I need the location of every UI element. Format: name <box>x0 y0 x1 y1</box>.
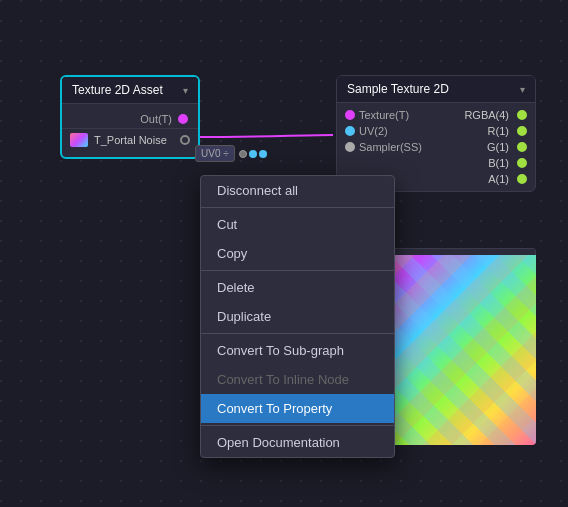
node-sample-chevron: ▾ <box>520 84 525 95</box>
menu-item-convert-inline: Convert To Inline Node <box>201 365 394 394</box>
node-texture2d-out-port[interactable] <box>178 114 188 124</box>
node-texture2d-out-row: Out(T) <box>62 110 198 128</box>
sample-port-b: B(1) <box>337 155 535 171</box>
sample-port-sampler: Sampler(SS) G(1) <box>337 139 535 155</box>
menu-item-duplicate[interactable]: Duplicate <box>201 302 394 331</box>
menu-item-convert-property[interactable]: Convert To Property <box>201 394 394 423</box>
menu-separator-2 <box>201 270 394 271</box>
sample-out-a[interactable] <box>517 174 527 184</box>
menu-item-cut[interactable]: Cut <box>201 210 394 239</box>
sample-port-texture: Texture(T) RGBA(4) <box>337 107 535 123</box>
uv-badge: UV0 ÷ <box>195 145 235 162</box>
context-menu: Disconnect all Cut Copy Delete Duplicate… <box>200 175 395 458</box>
asset-name: T_Portal Noise <box>94 134 174 146</box>
sample-label-texture: Texture(T) <box>359 109 460 121</box>
uv-dot-2 <box>249 150 257 158</box>
sample-label-uv: UV(2) <box>359 125 484 137</box>
sample-right-a: A(1) <box>488 173 509 185</box>
uv-dot-3 <box>259 150 267 158</box>
sample-out-r[interactable] <box>517 126 527 136</box>
node-texture2d-asset-row: T_Portal Noise <box>62 128 198 151</box>
menu-item-disconnect-all[interactable]: Disconnect all <box>201 176 394 205</box>
node-texture2d-out-label: Out(T) <box>140 113 172 125</box>
menu-separator-1 <box>201 207 394 208</box>
menu-item-open-docs[interactable]: Open Documentation <box>201 428 394 457</box>
uv-dot-1 <box>239 150 247 158</box>
menu-item-delete[interactable]: Delete <box>201 273 394 302</box>
asset-port[interactable] <box>180 135 190 145</box>
node-texture2d-header[interactable]: Texture 2D Asset ▾ <box>62 77 198 104</box>
sample-right-b: B(1) <box>488 157 509 169</box>
node-texture2d-body: Out(T) T_Portal Noise <box>62 104 198 157</box>
menu-item-copy[interactable]: Copy <box>201 239 394 268</box>
sample-in-sampler[interactable] <box>345 142 355 152</box>
sample-out-b[interactable] <box>517 158 527 168</box>
sample-right-rgba: RGBA(4) <box>464 109 509 121</box>
menu-separator-3 <box>201 333 394 334</box>
menu-separator-4 <box>201 425 394 426</box>
sample-right-g: G(1) <box>487 141 509 153</box>
node-texture2d-title: Texture 2D Asset <box>72 83 163 97</box>
sample-out-rgba[interactable] <box>517 110 527 120</box>
uv-connector: UV0 ÷ <box>195 145 267 162</box>
sample-right-r: R(1) <box>488 125 509 137</box>
asset-icon <box>70 133 88 147</box>
node-sample-header[interactable]: Sample Texture 2D ▾ <box>337 76 535 103</box>
sample-out-g[interactable] <box>517 142 527 152</box>
sample-in-uv[interactable] <box>345 126 355 136</box>
node-sample-title: Sample Texture 2D <box>347 82 449 96</box>
sample-label-sampler: Sampler(SS) <box>359 141 483 153</box>
node-texture2d-chevron: ▾ <box>183 85 188 96</box>
uv-dots <box>239 150 267 158</box>
sample-in-texture[interactable] <box>345 110 355 120</box>
menu-item-convert-subgraph[interactable]: Convert To Sub-graph <box>201 336 394 365</box>
node-texture2d: Texture 2D Asset ▾ Out(T) T_Portal Noise <box>60 75 200 159</box>
sample-port-uv: UV(2) R(1) <box>337 123 535 139</box>
